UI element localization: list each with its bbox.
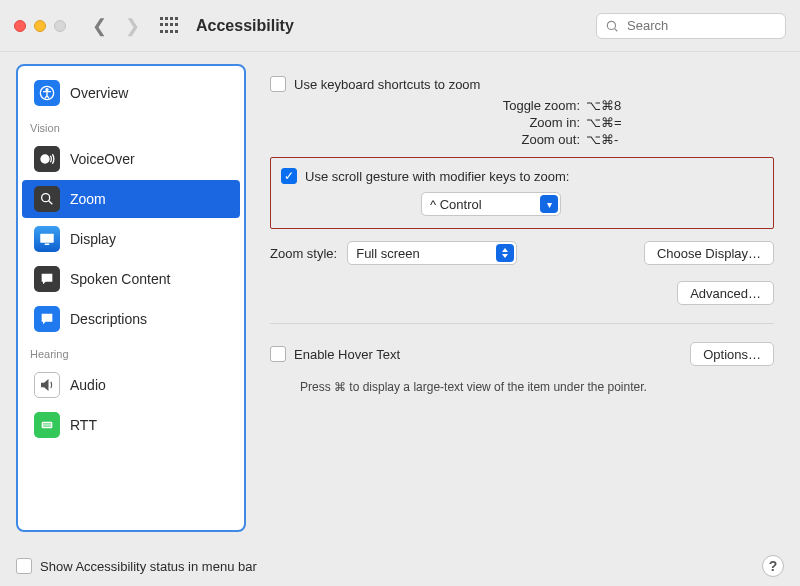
search-input[interactable] xyxy=(625,17,777,34)
svg-point-6 xyxy=(42,194,50,202)
sidebar-item-descriptions[interactable]: Descriptions xyxy=(22,300,240,338)
zoom-style-select[interactable]: Full screen xyxy=(347,241,517,265)
sidebar-item-zoom[interactable]: Zoom xyxy=(22,180,240,218)
updown-caret-icon xyxy=(496,244,514,262)
footer: Show Accessibility status in menu bar ? xyxy=(0,546,800,586)
sidebar-item-audio[interactable]: Audio xyxy=(22,366,240,404)
kb-shortcuts-row: Use keyboard shortcuts to zoom xyxy=(270,72,774,96)
sidebar-item-rtt[interactable]: RTT xyxy=(22,406,240,444)
sidebar-item-label: Descriptions xyxy=(70,311,147,327)
sidebar-section-vision: Vision xyxy=(18,114,244,138)
chevron-down-icon: ▾ xyxy=(540,195,558,213)
svg-point-12 xyxy=(48,317,50,319)
sidebar-item-label: Display xyxy=(70,231,116,247)
choose-display-button[interactable]: Choose Display… xyxy=(644,241,774,265)
display-icon xyxy=(34,226,60,252)
accessibility-icon xyxy=(34,80,60,106)
svg-rect-8 xyxy=(40,234,54,243)
shortcut-list: Toggle zoom: ⌥⌘8 Zoom in: ⌥⌘= Zoom out: … xyxy=(440,98,774,147)
audio-icon xyxy=(34,372,60,398)
sidebar-item-label: Spoken Content xyxy=(70,271,170,287)
window-title: Accessibility xyxy=(196,17,294,35)
svg-line-7 xyxy=(49,201,53,205)
sidebar: Overview Vision VoiceOver Zoom Display xyxy=(16,64,246,532)
sidebar-item-overview[interactable]: Overview xyxy=(22,74,240,112)
scroll-modifier-value: ^ Control xyxy=(430,197,482,212)
shortcut-out-label: Zoom out: xyxy=(440,132,580,147)
menu-bar-status-checkbox[interactable] xyxy=(16,558,32,574)
help-button[interactable]: ? xyxy=(762,555,784,577)
separator xyxy=(270,323,774,324)
shortcut-toggle-label: Toggle zoom: xyxy=(440,98,580,113)
svg-point-3 xyxy=(46,89,48,91)
sidebar-item-display[interactable]: Display xyxy=(22,220,240,258)
hover-text-checkbox[interactable] xyxy=(270,346,286,362)
window-controls xyxy=(14,20,66,32)
svg-point-10 xyxy=(44,317,46,319)
sidebar-item-label: Audio xyxy=(70,377,106,393)
zoom-window-button[interactable] xyxy=(54,20,66,32)
descriptions-icon xyxy=(34,306,60,332)
zoom-style-value: Full screen xyxy=(356,246,420,261)
spoken-content-icon xyxy=(34,266,60,292)
show-all-prefs-button[interactable] xyxy=(160,17,178,35)
scroll-gesture-highlight: Use scroll gesture with modifier keys to… xyxy=(270,157,774,229)
kb-shortcuts-label: Use keyboard shortcuts to zoom xyxy=(294,77,480,92)
shortcut-in-keys: ⌥⌘= xyxy=(586,115,774,130)
sidebar-item-voiceover[interactable]: VoiceOver xyxy=(22,140,240,178)
close-window-button[interactable] xyxy=(14,20,26,32)
advanced-button[interactable]: Advanced… xyxy=(677,281,774,305)
zoom-icon xyxy=(34,186,60,212)
menu-bar-status-label: Show Accessibility status in menu bar xyxy=(40,559,257,574)
svg-rect-9 xyxy=(45,244,50,246)
search-icon xyxy=(605,19,619,33)
hover-hint: Press ⌘ to display a large-text view of … xyxy=(300,380,774,394)
sidebar-item-spoken-content[interactable]: Spoken Content xyxy=(22,260,240,298)
hover-options-button[interactable]: Options… xyxy=(690,342,774,366)
shortcut-in-label: Zoom in: xyxy=(440,115,580,130)
svg-line-1 xyxy=(615,28,618,31)
shortcut-toggle-keys: ⌥⌘8 xyxy=(586,98,774,113)
zoom-style-label: Zoom style: xyxy=(270,246,337,261)
nav-arrows: ❮ ❯ xyxy=(92,15,140,37)
minimize-window-button[interactable] xyxy=(34,20,46,32)
scroll-gesture-label: Use scroll gesture with modifier keys to… xyxy=(305,169,569,184)
sidebar-item-label: Overview xyxy=(70,85,128,101)
rtt-icon xyxy=(34,412,60,438)
back-button[interactable]: ❮ xyxy=(92,15,107,37)
svg-point-11 xyxy=(46,317,48,319)
sidebar-item-label: Zoom xyxy=(70,191,106,207)
scroll-gesture-checkbox[interactable] xyxy=(281,168,297,184)
svg-point-0 xyxy=(607,21,615,29)
detail-pane: Use keyboard shortcuts to zoom Toggle zo… xyxy=(260,64,784,532)
search-field[interactable] xyxy=(596,13,786,39)
sidebar-item-label: VoiceOver xyxy=(70,151,135,167)
kb-shortcuts-checkbox[interactable] xyxy=(270,76,286,92)
voiceover-icon xyxy=(34,146,60,172)
shortcut-out-keys: ⌥⌘- xyxy=(586,132,774,147)
sidebar-item-label: RTT xyxy=(70,417,97,433)
hover-text-label: Enable Hover Text xyxy=(294,347,400,362)
scroll-modifier-select[interactable]: ^ Control ▾ xyxy=(421,192,561,216)
forward-button[interactable]: ❯ xyxy=(125,15,140,37)
window-titlebar: ❮ ❯ Accessibility xyxy=(0,0,800,52)
sidebar-section-hearing: Hearing xyxy=(18,340,244,364)
